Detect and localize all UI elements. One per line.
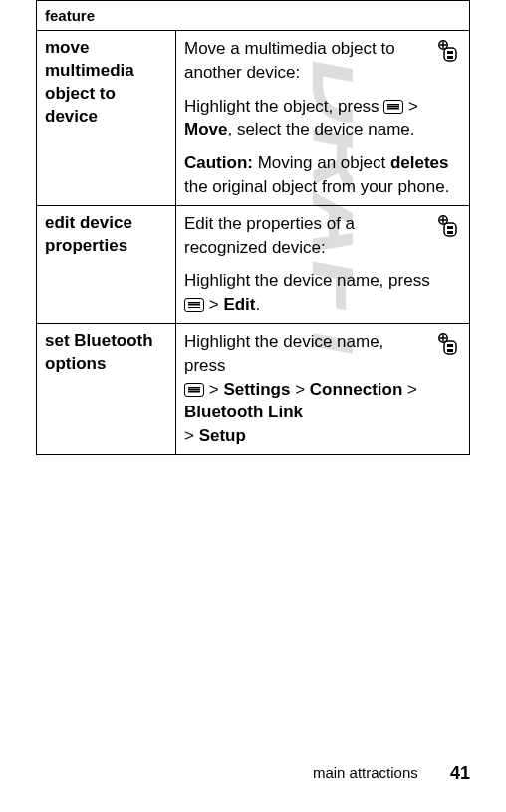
table-header-feature: feature bbox=[37, 1, 470, 31]
feature-title: edit device properties bbox=[37, 205, 176, 323]
svg-rect-11 bbox=[447, 226, 453, 229]
svg-rect-4 bbox=[444, 48, 456, 61]
menu-path: Move bbox=[184, 120, 227, 138]
svg-rect-10 bbox=[444, 223, 456, 236]
text: > bbox=[184, 426, 199, 445]
table-row: edit device properties Edit the properti… bbox=[37, 205, 470, 323]
svg-rect-12 bbox=[447, 231, 453, 234]
text: Moving an object bbox=[253, 153, 390, 172]
feature-desc: Move a multimedia object to another devi… bbox=[176, 31, 470, 206]
feature-title: set Bluetooth options bbox=[37, 323, 176, 454]
text: deletes bbox=[390, 153, 449, 172]
svg-rect-18 bbox=[447, 349, 453, 352]
svg-rect-16 bbox=[444, 341, 456, 354]
text: > bbox=[403, 97, 418, 116]
table-row: set Bluetooth options Highligh bbox=[37, 323, 470, 454]
text: Highlight the device name, press bbox=[184, 271, 430, 290]
text: Highlight the object, press bbox=[184, 97, 383, 116]
text: Move a multimedia object to another devi… bbox=[184, 39, 395, 82]
menu-path: Settings bbox=[223, 380, 290, 399]
menu-path: Setup bbox=[199, 426, 246, 445]
text: the original object from your phone. bbox=[184, 177, 450, 196]
svg-rect-6 bbox=[447, 56, 453, 59]
text: , select the device name. bbox=[227, 120, 414, 138]
feature-desc: Edit the properties of a recognized devi… bbox=[176, 205, 470, 323]
menu-path: Connection bbox=[310, 380, 403, 399]
section-title: main attractions bbox=[313, 764, 418, 781]
menu-key-icon bbox=[184, 383, 204, 397]
svg-rect-5 bbox=[447, 51, 453, 54]
bluetooth-badge-icon bbox=[435, 330, 461, 363]
menu-key-icon bbox=[184, 298, 204, 312]
page-footer: main attractions 41 bbox=[313, 763, 470, 784]
caution-label: Caution: bbox=[184, 153, 253, 172]
text: Edit the properties of a recognized devi… bbox=[184, 214, 355, 257]
text: > bbox=[204, 380, 223, 399]
bluetooth-badge-icon bbox=[435, 212, 461, 245]
feature-desc: Highlight the device name, press > Setti… bbox=[176, 323, 470, 454]
text: > bbox=[402, 380, 417, 399]
text: Highlight the device name, press bbox=[184, 332, 383, 375]
text: > bbox=[204, 295, 223, 314]
text: > bbox=[290, 380, 309, 399]
bluetooth-badge-icon bbox=[435, 37, 461, 70]
page: DRAFT feature move multimedia object to … bbox=[0, 0, 506, 812]
page-number: 41 bbox=[450, 763, 470, 783]
menu-path: Bluetooth Link bbox=[184, 403, 303, 421]
menu-path: Edit bbox=[223, 295, 255, 314]
features-table: feature move multimedia object to device bbox=[36, 0, 470, 455]
text: . bbox=[255, 295, 260, 314]
table-row: move multimedia object to device Move a … bbox=[37, 31, 470, 206]
svg-rect-17 bbox=[447, 344, 453, 347]
feature-title: move multimedia object to device bbox=[37, 31, 176, 206]
menu-key-icon bbox=[383, 100, 403, 114]
